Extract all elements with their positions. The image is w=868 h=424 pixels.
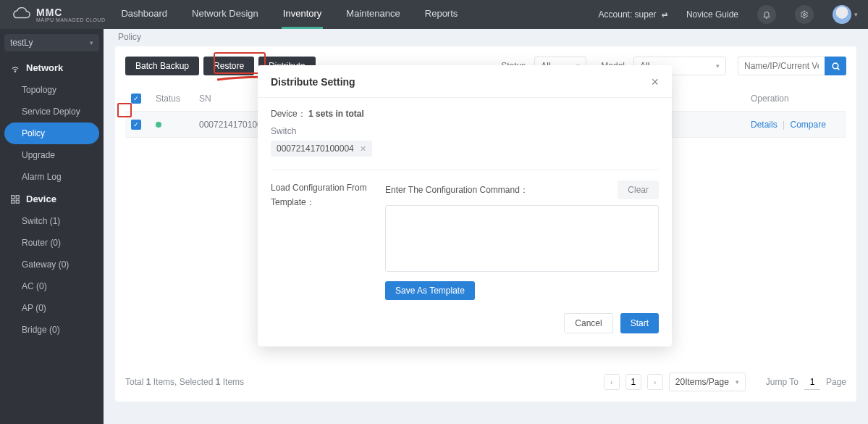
device-count-row: Device： 1 sets in total <box>271 108 659 120</box>
sidebar-item-service-deploy[interactable]: Service Deploy <box>0 101 104 122</box>
svg-rect-4 <box>12 200 14 203</box>
jump-to-input[interactable] <box>804 374 820 390</box>
brand-sub: MAIPU MANAGED CLOUD <box>36 17 105 22</box>
svg-point-6 <box>833 63 838 69</box>
search-icon <box>831 62 840 71</box>
wifi-icon <box>10 63 20 73</box>
jump-to-label: Jump To <box>766 377 799 387</box>
page-input[interactable] <box>625 374 641 390</box>
chevron-down-icon: ▾ <box>90 39 93 46</box>
sidebar-item-upgrade[interactable]: Upgrade <box>0 144 104 166</box>
batch-backup-button[interactable]: Batch Backup <box>125 57 199 75</box>
load-from-template-label: Load Configuration From Template： <box>271 180 385 210</box>
search-button[interactable] <box>825 57 846 75</box>
nav-inventory[interactable]: Inventory <box>282 0 323 29</box>
bell-icon[interactable] <box>757 5 776 24</box>
row-checkbox[interactable]: ✓ <box>131 120 141 130</box>
sidebar-item-router[interactable]: Router (0) <box>0 232 104 254</box>
save-as-template-button[interactable]: Save As Template <box>385 281 475 300</box>
group-network: Network <box>0 57 104 79</box>
select-all-checkbox[interactable]: ✓ <box>131 93 141 104</box>
col-operation: Operation <box>745 86 846 112</box>
switch-label: Switch <box>271 126 659 136</box>
nav-reports[interactable]: Reports <box>424 0 460 29</box>
avatar-icon <box>833 5 851 24</box>
group-device: Device <box>0 188 104 210</box>
clear-button[interactable]: Clear <box>618 180 659 199</box>
svg-line-7 <box>837 67 839 70</box>
sidebar-item-alarm-log[interactable]: Alarm Log <box>0 166 104 188</box>
cancel-button[interactable]: Cancel <box>564 313 612 333</box>
prev-page-button[interactable]: ‹ <box>604 374 620 390</box>
device-tag-label: 0007214170100004 <box>277 144 354 154</box>
chevron-down-icon: ▾ <box>854 11 858 18</box>
page-size-select[interactable]: 20Items/Page▾ <box>669 373 746 391</box>
tenant-select[interactable]: testLy ▾ <box>4 34 99 51</box>
restore-button[interactable]: Restore <box>203 57 254 75</box>
distribute-setting-modal: Distribute Setting × Device： 1 sets in t… <box>258 65 672 346</box>
device-tag: 0007214170100004 ✕ <box>271 141 372 157</box>
pager: ‹ › 20Items/Page▾ Jump To Page <box>604 373 846 391</box>
nav-network-design[interactable]: Network Design <box>190 0 260 29</box>
status-dot-icon <box>156 122 161 128</box>
total-text: Total 1 Items, Selected 1 Items <box>125 377 244 387</box>
nav-dashboard[interactable]: Dashboard <box>119 0 169 29</box>
sidebar-item-gateway[interactable]: Gateway (0) <box>0 254 104 275</box>
gear-icon[interactable] <box>795 5 814 24</box>
compare-link[interactable]: Compare <box>791 120 826 130</box>
svg-point-1 <box>14 71 15 72</box>
chevron-down-icon: ▾ <box>736 378 739 386</box>
sidebar-item-ap[interactable]: AP (0) <box>0 297 104 319</box>
top-bar: MMC MAIPU MANAGED CLOUD Dashboard Networ… <box>0 0 868 29</box>
start-button[interactable]: Start <box>620 313 659 333</box>
col-status: Status <box>150 86 193 112</box>
next-page-button[interactable]: › <box>647 374 663 390</box>
panel-footer: Total 1 Items, Selected 1 Items ‹ › 20It… <box>125 359 846 391</box>
sidebar: testLy ▾ Network Topology Service Deploy… <box>0 29 104 424</box>
sidebar-item-bridge[interactable]: Bridge (0) <box>0 319 104 341</box>
details-link[interactable]: Details <box>751 120 778 130</box>
enter-command-label: Enter The Configuration Command： <box>385 184 528 196</box>
switch-icon: ⇄ <box>662 11 667 19</box>
account-label: Account: super <box>599 9 657 20</box>
account-switch[interactable]: Account: super ⇄ <box>599 9 667 20</box>
search-input[interactable] <box>738 57 825 75</box>
config-command-textarea[interactable] <box>385 205 659 272</box>
chevron-down-icon: ▾ <box>716 62 720 70</box>
nav-maintenance[interactable]: Maintenance <box>345 0 401 29</box>
svg-rect-2 <box>12 195 14 198</box>
breadcrumb: Policy <box>104 29 868 46</box>
brand: MMC MAIPU MANAGED CLOUD <box>10 7 105 22</box>
svg-point-0 <box>804 14 806 16</box>
sidebar-item-ac[interactable]: AC (0) <box>0 275 104 297</box>
svg-rect-5 <box>16 200 19 203</box>
cloud-logo-icon <box>10 7 30 22</box>
sidebar-item-topology[interactable]: Topology <box>0 79 104 101</box>
tenant-name: testLy <box>10 38 33 48</box>
page-word: Page <box>826 377 846 387</box>
sidebar-item-policy[interactable]: Policy <box>4 122 99 144</box>
grid-icon <box>10 194 20 204</box>
svg-rect-3 <box>16 195 19 198</box>
remove-tag-icon[interactable]: ✕ <box>360 144 366 154</box>
modal-title: Distribute Setting <box>271 76 355 88</box>
divider <box>271 170 659 170</box>
top-nav: Dashboard Network Design Inventory Maint… <box>119 0 459 29</box>
brand-name: MMC <box>36 7 105 17</box>
user-menu[interactable]: ▾ <box>833 5 858 24</box>
novice-guide-link[interactable]: Novice Guide <box>686 9 738 20</box>
sidebar-item-switch[interactable]: Switch (1) <box>0 210 104 232</box>
close-icon[interactable]: × <box>651 75 659 88</box>
